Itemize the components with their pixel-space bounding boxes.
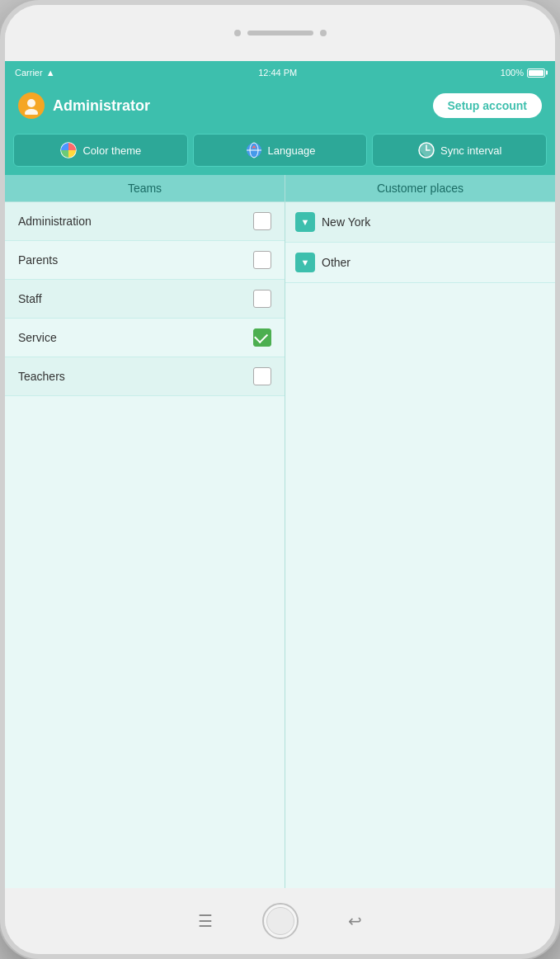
color-theme-button[interactable]: Color theme bbox=[13, 134, 188, 167]
back-icon[interactable]: ↩ bbox=[348, 911, 362, 931]
admin-title: Administrator bbox=[53, 97, 150, 115]
sync-interval-icon bbox=[417, 141, 435, 159]
speaker-bar bbox=[247, 31, 313, 35]
team-name-service: Service bbox=[18, 331, 57, 344]
team-checkbox-service[interactable] bbox=[253, 328, 271, 347]
header-left: Administrator bbox=[18, 92, 150, 119]
toolbar: Color theme Language bbox=[5, 127, 555, 175]
team-row-parents: Parents bbox=[5, 241, 285, 280]
bottom-bezel: ☰ ↩ bbox=[5, 888, 555, 954]
team-checkbox-teachers[interactable] bbox=[253, 367, 271, 385]
place-dropdown-other[interactable]: ▼ bbox=[295, 253, 315, 272]
team-name-teachers: Teachers bbox=[18, 370, 65, 383]
language-label: Language bbox=[268, 144, 316, 157]
svg-point-1 bbox=[25, 109, 38, 115]
status-bar: Carrier ▲ 12:44 PM 100% bbox=[5, 61, 555, 84]
svg-point-0 bbox=[27, 99, 35, 107]
place-row-new-york: ▼ New York bbox=[285, 202, 555, 243]
avatar bbox=[18, 92, 45, 119]
place-row-other: ▼ Other bbox=[285, 243, 555, 283]
setup-account-button[interactable]: Setup account bbox=[433, 93, 542, 118]
team-row-administration: Administration bbox=[5, 202, 285, 241]
main-content: Teams Administration Parents Staff Servi… bbox=[5, 175, 555, 888]
place-name-new-york: New York bbox=[322, 215, 370, 229]
place-name-other: Other bbox=[322, 256, 351, 269]
teams-panel: Teams Administration Parents Staff Servi… bbox=[5, 175, 285, 888]
camera-dot bbox=[234, 30, 241, 36]
language-icon bbox=[245, 141, 263, 159]
time-display: 12:44 PM bbox=[258, 68, 297, 78]
carrier-label: Carrier bbox=[15, 68, 43, 78]
wifi-icon: ▲ bbox=[46, 68, 55, 78]
battery-percent: 100% bbox=[501, 68, 524, 78]
screen: Carrier ▲ 12:44 PM 100% bbox=[5, 61, 555, 888]
places-panel-header: Customer places bbox=[285, 175, 555, 202]
team-checkbox-staff[interactable] bbox=[253, 290, 271, 308]
status-right: 100% bbox=[501, 68, 545, 78]
battery-box bbox=[527, 68, 545, 78]
color-theme-label: Color theme bbox=[82, 144, 141, 157]
front-camera bbox=[320, 30, 327, 36]
battery-indicator bbox=[527, 68, 545, 78]
place-dropdown-new-york[interactable]: ▼ bbox=[295, 212, 315, 232]
team-name-administration: Administration bbox=[18, 215, 92, 228]
battery-fill bbox=[529, 70, 544, 76]
team-checkbox-administration[interactable] bbox=[253, 212, 271, 230]
menu-icon[interactable]: ☰ bbox=[198, 911, 213, 931]
language-button[interactable]: Language bbox=[193, 134, 368, 167]
team-row-teachers: Teachers bbox=[5, 357, 285, 396]
status-left: Carrier ▲ bbox=[15, 68, 55, 78]
tablet-frame: Carrier ▲ 12:44 PM 100% bbox=[0, 0, 560, 959]
teams-panel-header: Teams bbox=[5, 175, 285, 202]
app-header: Administrator Setup account bbox=[5, 84, 555, 127]
team-name-staff: Staff bbox=[18, 292, 42, 305]
top-bezel bbox=[5, 5, 555, 61]
home-button-inner bbox=[266, 907, 294, 935]
team-name-parents: Parents bbox=[18, 253, 58, 267]
home-button[interactable] bbox=[262, 903, 299, 939]
sync-interval-button[interactable]: Sync interval bbox=[372, 134, 547, 167]
sync-interval-label: Sync interval bbox=[440, 144, 501, 157]
team-row-service: Service bbox=[5, 319, 285, 357]
places-panel: Customer places ▼ New York ▼ Other bbox=[285, 175, 555, 888]
team-row-staff: Staff bbox=[5, 280, 285, 319]
team-checkbox-parents[interactable] bbox=[253, 251, 271, 269]
color-theme-icon bbox=[59, 141, 78, 159]
